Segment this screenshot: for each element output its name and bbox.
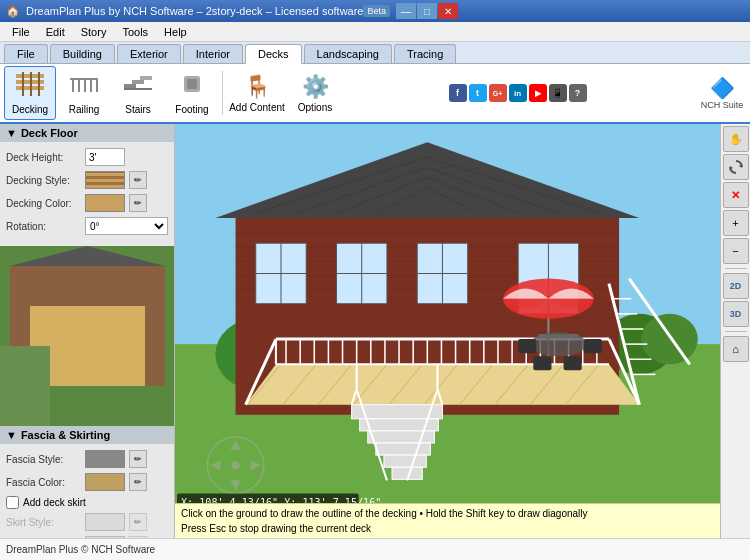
railing-label: Railing bbox=[69, 104, 100, 115]
2d-view-button[interactable]: 2D bbox=[723, 273, 749, 299]
tab-tracing[interactable]: Tracing bbox=[394, 44, 456, 63]
menu-help[interactable]: Help bbox=[156, 24, 195, 40]
viewport[interactable]: X: 108'-4 13/16" Y: 113'-7 15/16" Click … bbox=[175, 124, 720, 538]
status-text: DreamPlan Plus © NCH Software bbox=[6, 544, 155, 555]
svg-rect-100 bbox=[376, 443, 431, 455]
fascia-style-swatch[interactable] bbox=[85, 450, 125, 468]
facebook-icon[interactable]: f bbox=[449, 84, 467, 102]
deck-floor-content: Deck Height: Decking Style: ✏ Decking Co… bbox=[0, 142, 174, 246]
youtube-icon[interactable]: ▶ bbox=[529, 84, 547, 102]
fascia-skirting-content: Fascia Style: ✏ Fascia Color: ✏ Add deck… bbox=[0, 444, 174, 538]
svg-rect-7 bbox=[72, 78, 74, 92]
svg-rect-8 bbox=[78, 78, 80, 92]
close-button[interactable]: ✕ bbox=[438, 3, 458, 19]
fascia-color-row: Fascia Color: ✏ bbox=[6, 473, 168, 491]
google-plus-icon[interactable]: G+ bbox=[489, 84, 507, 102]
svg-rect-10 bbox=[90, 78, 92, 92]
3d-scene: X: 108'-4 13/16" Y: 113'-7 15/16" bbox=[175, 124, 720, 538]
svg-rect-112 bbox=[538, 334, 578, 338]
decking-style-label: Decking Style: bbox=[6, 175, 81, 186]
tool-stairs[interactable]: Stairs bbox=[112, 66, 164, 120]
add-skirt-row: Add deck skirt bbox=[6, 496, 168, 509]
title-bar: 🏠 DreamPlan Plus by NCH Software – 2stor… bbox=[0, 0, 750, 22]
deck-floor-toggle-icon: ▼ bbox=[6, 127, 17, 139]
menu-file[interactable]: File bbox=[4, 24, 38, 40]
3d-view-button[interactable]: 3D bbox=[723, 301, 749, 327]
rotation-select[interactable]: 0° 45° 90° 135° bbox=[85, 217, 168, 235]
svg-rect-22 bbox=[0, 346, 50, 426]
fascia-color-edit-btn[interactable]: ✏ bbox=[129, 473, 147, 491]
svg-rect-12 bbox=[140, 76, 152, 80]
tab-exterior[interactable]: Exterior bbox=[117, 44, 181, 63]
twitter-icon[interactable]: t bbox=[469, 84, 487, 102]
mobile-icon[interactable]: 📱 bbox=[549, 84, 567, 102]
tool-decking[interactable]: Decking bbox=[4, 66, 56, 120]
deck-floor-header[interactable]: ▼ Deck Floor bbox=[0, 124, 174, 142]
maximize-button[interactable]: □ bbox=[417, 3, 437, 19]
pan-button[interactable]: ✋ bbox=[723, 126, 749, 152]
add-skirt-label: Add deck skirt bbox=[23, 497, 86, 508]
skirt-color-swatch bbox=[85, 536, 125, 538]
delete-button[interactable]: ✕ bbox=[723, 182, 749, 208]
decking-color-edit-btn[interactable]: ✏ bbox=[129, 194, 147, 212]
svg-rect-114 bbox=[584, 339, 602, 353]
tab-interior[interactable]: Interior bbox=[183, 44, 243, 63]
tool-add-content[interactable]: 🪑 Add Content bbox=[227, 66, 287, 120]
tool-railing[interactable]: Railing bbox=[58, 66, 110, 120]
menu-bar: File Edit Story Tools Help bbox=[0, 22, 750, 42]
skirt-style-row: Skirt Style: ✏ bbox=[6, 513, 168, 531]
skirt-style-label: Skirt Style: bbox=[6, 517, 81, 528]
deck-height-row: Deck Height: bbox=[6, 148, 168, 166]
skirt-style-swatch bbox=[85, 513, 125, 531]
fascia-skirting-toggle-icon: ▼ bbox=[6, 429, 17, 441]
decking-style-swatch[interactable] bbox=[85, 171, 125, 189]
svg-rect-113 bbox=[518, 339, 536, 353]
minimize-button[interactable]: — bbox=[396, 3, 416, 19]
tab-file[interactable]: File bbox=[4, 44, 48, 63]
social-icons: f t G+ in ▶ 📱 ? bbox=[449, 84, 587, 102]
panel-3d-preview bbox=[0, 246, 174, 426]
nch-suite-button[interactable]: 🔷 NCH Suite bbox=[698, 76, 746, 110]
main-content: ▼ Deck Floor Deck Height: Decking Style:… bbox=[0, 124, 750, 538]
rotate-icon bbox=[728, 159, 744, 175]
skirt-style-edit-btn: ✏ bbox=[129, 513, 147, 531]
linkedin-icon[interactable]: in bbox=[509, 84, 527, 102]
toolbar: Decking Railing Stairs bbox=[0, 64, 750, 124]
deck-height-input[interactable] bbox=[85, 148, 125, 166]
zoom-out-button[interactable]: − bbox=[723, 238, 749, 264]
tab-decks[interactable]: Decks bbox=[245, 44, 302, 64]
footing-label: Footing bbox=[175, 104, 208, 115]
left-panel: ▼ Deck Floor Deck Height: Decking Style:… bbox=[0, 124, 175, 538]
zoom-in-button[interactable]: + bbox=[723, 210, 749, 236]
right-toolbar-separator bbox=[725, 268, 747, 269]
menu-tools[interactable]: Tools bbox=[114, 24, 156, 40]
fascia-style-edit-btn[interactable]: ✏ bbox=[129, 450, 147, 468]
decking-color-label: Decking Color: bbox=[6, 198, 81, 209]
add-skirt-checkbox[interactable] bbox=[6, 496, 19, 509]
help-icon[interactable]: ? bbox=[569, 84, 587, 102]
svg-rect-99 bbox=[368, 431, 435, 443]
tool-footing[interactable]: Footing bbox=[166, 66, 218, 120]
rotation-row: Rotation: 0° 45° 90° 135° bbox=[6, 217, 168, 235]
tab-building[interactable]: Building bbox=[50, 44, 115, 63]
railing-icon bbox=[70, 72, 98, 102]
menu-story[interactable]: Story bbox=[73, 24, 115, 40]
decking-icon bbox=[16, 72, 44, 102]
instruction-line2: Press Esc to stop drawing the current de… bbox=[181, 521, 714, 536]
stairs-icon bbox=[124, 72, 152, 102]
fascia-skirting-header[interactable]: ▼ Fascia & Skirting bbox=[0, 426, 174, 444]
tool-options[interactable]: ⚙️ Options bbox=[289, 66, 341, 120]
fascia-color-swatch[interactable] bbox=[85, 473, 125, 491]
svg-rect-101 bbox=[384, 455, 426, 467]
rotate-button[interactable] bbox=[723, 154, 749, 180]
svg-rect-116 bbox=[564, 356, 582, 370]
view-reset-button[interactable]: ⌂ bbox=[723, 336, 749, 362]
decking-color-swatch[interactable] bbox=[85, 194, 125, 212]
decking-style-edit-btn[interactable]: ✏ bbox=[129, 171, 147, 189]
window-title: DreamPlan Plus by NCH Software – 2story-… bbox=[26, 5, 363, 17]
menu-edit[interactable]: Edit bbox=[38, 24, 73, 40]
tab-landscaping[interactable]: Landscaping bbox=[304, 44, 392, 63]
options-icon: ⚙️ bbox=[302, 74, 329, 100]
deck-floor-title: Deck Floor bbox=[21, 127, 78, 139]
decking-style-row: Decking Style: ✏ bbox=[6, 171, 168, 189]
